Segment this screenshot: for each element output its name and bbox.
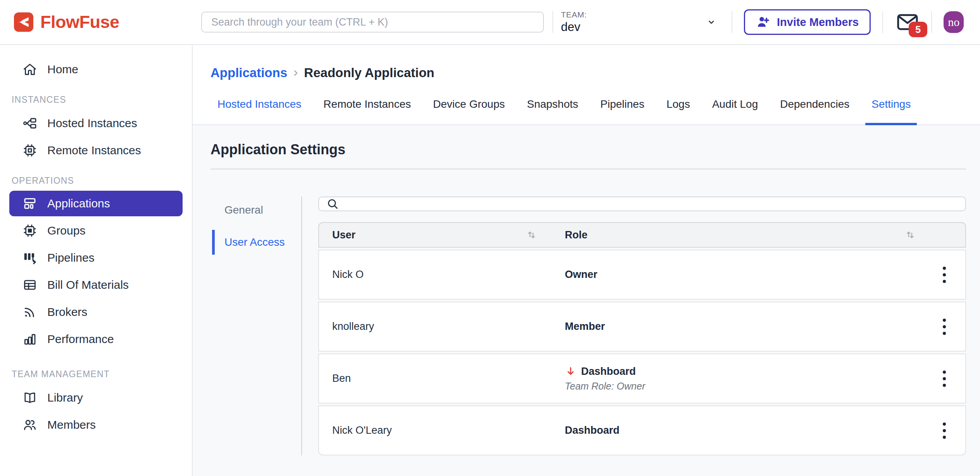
row-menu-kebab-icon[interactable] [940, 367, 949, 390]
invite-members-button[interactable]: Invite Members [744, 9, 871, 35]
sidebar-item-pipelines[interactable]: Pipelines [0, 244, 192, 271]
user-name: Ben [319, 373, 351, 385]
tab-logs[interactable]: Logs [666, 98, 690, 124]
sidebar-item-performance[interactable]: Performance [0, 326, 192, 353]
top-navbar: FlowFuse TEAM: dev Invite Members [0, 0, 980, 45]
subnav-item-user-access[interactable]: User Access [210, 228, 301, 256]
sidebar-item-label: Bill Of Materials [47, 278, 129, 291]
subnav-divider [301, 197, 302, 455]
row-menu-kebab-icon[interactable] [940, 419, 949, 442]
user-name: knolleary [319, 321, 374, 333]
sidebar-item-applications[interactable]: Applications [9, 191, 183, 216]
tab-dependencies[interactable]: Dependencies [780, 98, 849, 124]
table-row: Ben Dashboard [318, 354, 966, 404]
table-row: knolleary Member [318, 302, 966, 352]
user-search-box[interactable] [318, 197, 966, 211]
user-plus-icon [756, 15, 771, 29]
application-tabs: Hosted Instances Remote Instances Device… [193, 98, 980, 125]
sidebar-item-members[interactable]: Members [0, 411, 192, 438]
sidebar-item-home[interactable]: Home [0, 56, 192, 83]
title-divider [210, 169, 966, 169]
role-value: Dashboard [565, 424, 619, 436]
chip-icon [22, 143, 37, 158]
sidebar-item-bill-of-materials[interactable]: Bill Of Materials [0, 271, 192, 298]
team-role-note: Team Role: Owner [565, 381, 645, 392]
search-icon [326, 197, 339, 210]
role-value: Dashboard [581, 366, 636, 378]
users-icon [22, 417, 37, 432]
tab-device-groups[interactable]: Device Groups [433, 98, 505, 124]
column-header-user: User [319, 229, 355, 241]
groups-chip-icon [22, 223, 37, 238]
team-label: TEAM: [561, 10, 587, 19]
sidebar-item-label: Applications [47, 197, 110, 210]
breadcrumb-separator-icon: › [293, 64, 298, 79]
tab-hosted-instances[interactable]: Hosted Instances [217, 98, 301, 124]
notifications-button[interactable]: 5 [896, 12, 919, 32]
bar-chart-icon [22, 332, 37, 347]
applications-icon [22, 196, 37, 211]
table-row: Nick O Owner [318, 250, 966, 300]
table-icon [22, 278, 37, 292]
sidebar-item-label: Remote Instances [47, 144, 141, 157]
sidebar-item-groups[interactable]: Groups [0, 217, 192, 244]
user-avatar[interactable]: no [944, 11, 964, 33]
sidebar-item-label: Members [47, 418, 96, 431]
user-name: Nick O'Leary [319, 424, 392, 436]
book-open-icon [22, 390, 37, 405]
tab-remote-instances[interactable]: Remote Instances [323, 98, 411, 124]
team-name: dev [561, 20, 587, 34]
hosted-instances-icon [22, 116, 37, 131]
row-menu-kebab-icon[interactable] [940, 264, 949, 286]
table-row: Nick O'Leary Dashboard [318, 405, 966, 455]
tab-settings[interactable]: Settings [871, 98, 911, 124]
sidebar-section-title: INSTANCES [0, 95, 192, 105]
sidebar-item-label: Pipelines [47, 251, 95, 264]
settings-content: Application Settings General User Access [193, 125, 980, 476]
team-selector[interactable]: TEAM: dev [553, 10, 732, 34]
brand-name: FlowFuse [40, 12, 119, 32]
user-access-table: User Role [318, 222, 966, 455]
user-search-input[interactable] [345, 197, 958, 210]
navbar-divider [732, 11, 732, 33]
role-downgrade-arrow-icon [565, 366, 576, 377]
sidebar-item-label: Hosted Instances [47, 117, 137, 130]
row-menu-kebab-icon[interactable] [940, 316, 949, 338]
sidebar: Home INSTANCES Hosted Instances Remote I… [0, 45, 193, 476]
navbar-divider [882, 11, 883, 33]
tab-snapshots[interactable]: Snapshots [527, 98, 578, 124]
notification-count-badge: 5 [909, 22, 927, 37]
sidebar-section-title: TEAM MANAGEMENT [0, 369, 192, 379]
role-value: Owner [565, 269, 597, 281]
flowfuse-logo-icon [14, 12, 33, 32]
sort-icon[interactable] [525, 229, 538, 241]
main-panel: Applications › Readonly Application Host… [193, 45, 980, 476]
tab-pipelines[interactable]: Pipelines [600, 98, 645, 124]
flowfuse-logo[interactable]: FlowFuse [14, 12, 201, 32]
tab-audit-log[interactable]: Audit Log [712, 98, 758, 124]
navbar-divider [931, 11, 932, 33]
user-name: Nick O [319, 269, 364, 281]
breadcrumb: Applications › Readonly Application [193, 45, 980, 80]
settings-subnav: General User Access [210, 197, 301, 455]
sidebar-item-library[interactable]: Library [0, 384, 192, 411]
sidebar-item-label: Library [47, 391, 83, 404]
team-search-input[interactable] [201, 12, 544, 33]
breadcrumb-current: Readonly Application [304, 66, 434, 80]
breadcrumb-applications-link[interactable]: Applications [210, 66, 287, 80]
sidebar-item-hosted-instances[interactable]: Hosted Instances [0, 110, 192, 137]
subnav-item-general[interactable]: General [210, 198, 301, 222]
role-value: Member [565, 321, 605, 333]
sidebar-item-brokers[interactable]: Brokers [0, 298, 192, 326]
column-header-role: Role [552, 229, 588, 241]
home-icon [22, 62, 37, 77]
invite-members-label: Invite Members [777, 16, 859, 29]
sort-icon[interactable] [904, 229, 916, 241]
sidebar-item-label: Groups [47, 224, 85, 237]
sidebar-item-label: Home [47, 63, 78, 76]
sidebar-item-remote-instances[interactable]: Remote Instances [0, 137, 192, 164]
pipelines-icon [22, 250, 37, 265]
table-header-row: User Role [318, 222, 966, 248]
rss-icon [22, 305, 37, 319]
chevron-down-icon[interactable] [704, 15, 718, 29]
